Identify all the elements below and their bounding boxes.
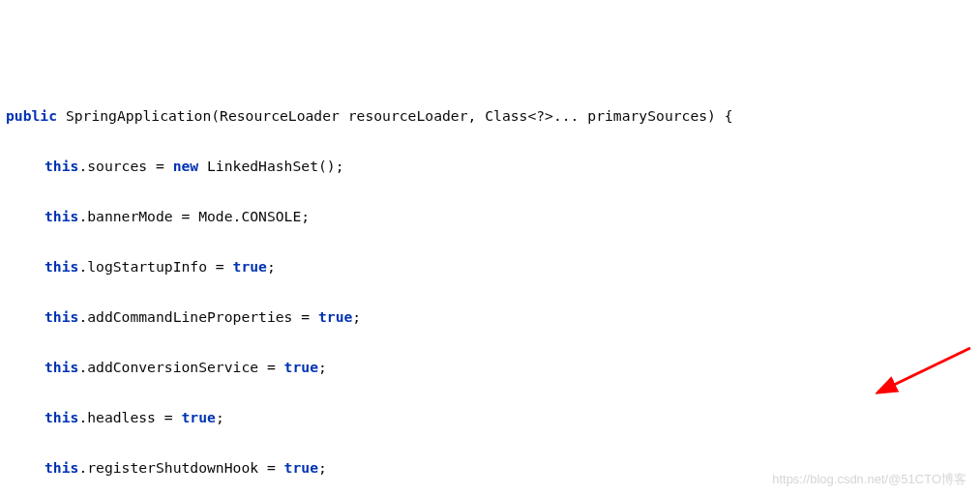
code-line-4: this.addCommandLineProperties = true; xyxy=(6,305,974,330)
code-line-1: this.sources = new LinkedHashSet(); xyxy=(6,154,974,179)
keyword-public: public xyxy=(6,107,57,124)
code-line-7: this.registerShutdownHook = true; xyxy=(6,455,974,480)
code-line-2: this.bannerMode = Mode.CONSOLE; xyxy=(6,204,974,229)
code-line-3: this.logStartupInfo = true; xyxy=(6,254,974,279)
signature-rest: SpringApplication(ResourceLoader resourc… xyxy=(57,107,733,124)
code-line-6: this.headless = true; xyxy=(6,405,974,430)
code-line-5: this.addConversionService = true; xyxy=(6,355,974,380)
code-line-signature: public SpringApplication(ResourceLoader … xyxy=(6,103,974,129)
